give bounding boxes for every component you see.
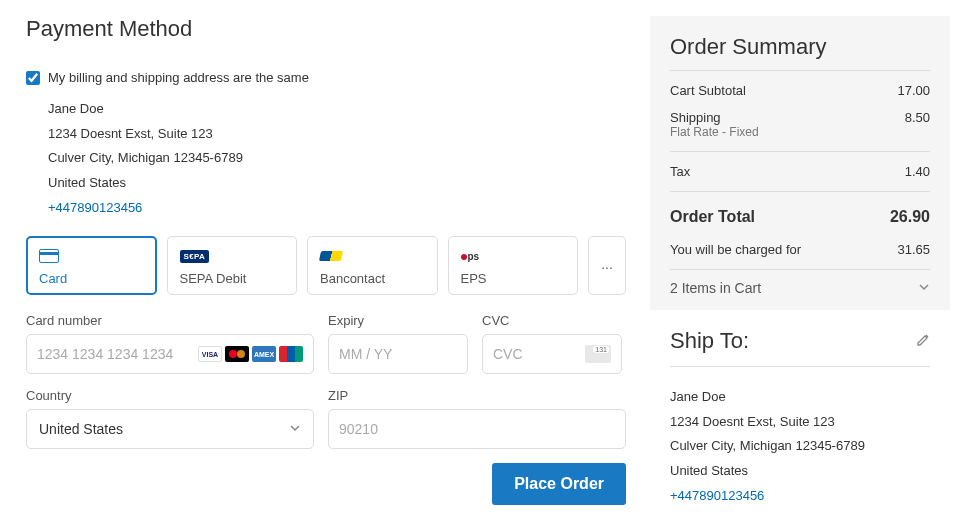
expiry-input[interactable] <box>339 346 457 362</box>
shipping-label: Shipping <box>670 110 759 125</box>
more-icon: ··· <box>601 259 613 275</box>
ship-phone[interactable]: +447890123456 <box>670 484 930 509</box>
billing-city: Culver City, Michigan 12345-6789 <box>48 146 626 171</box>
ship-country: United States <box>670 459 930 484</box>
shipping-address-block: Jane Doe 1234 Doesnt Exst, Suite 123 Cul… <box>670 385 930 508</box>
payment-method-title: Payment Method <box>26 16 626 42</box>
zip-input[interactable] <box>339 421 615 437</box>
subtotal-value: 17.00 <box>897 83 930 98</box>
charged-value: 31.65 <box>897 242 930 257</box>
payment-method-sepa[interactable]: S€PA SEPA Debit <box>167 236 298 295</box>
mastercard-icon <box>225 346 249 362</box>
cvc-input[interactable] <box>493 346 585 362</box>
ship-street: 1234 Doesnt Exst, Suite 123 <box>670 410 930 435</box>
billing-country: United States <box>48 171 626 196</box>
payment-method-more[interactable]: ··· <box>588 236 626 295</box>
bancontact-icon <box>319 251 343 261</box>
cvc-card-icon <box>585 345 611 363</box>
country-label: Country <box>26 388 314 403</box>
country-select[interactable]: United States <box>26 409 314 449</box>
edit-shipping-button[interactable] <box>916 333 930 350</box>
cart-items-label: 2 Items in Cart <box>670 280 761 296</box>
cart-items-toggle[interactable]: 2 Items in Cart <box>670 269 930 296</box>
visa-icon: VISA <box>198 346 222 362</box>
card-icon <box>39 249 59 263</box>
payment-method-bancontact-label: Bancontact <box>320 271 425 286</box>
ship-name: Jane Doe <box>670 385 930 410</box>
billing-name: Jane Doe <box>48 97 626 122</box>
amex-icon: AMEX <box>252 346 276 362</box>
order-summary-title: Order Summary <box>670 34 930 60</box>
zip-label: ZIP <box>328 388 626 403</box>
billing-phone[interactable]: +447890123456 <box>48 196 626 221</box>
chevron-down-icon <box>918 280 930 296</box>
billing-address-block: Jane Doe 1234 Doesnt Exst, Suite 123 Cul… <box>48 97 626 220</box>
payment-method-eps[interactable]: ps EPS <box>448 236 579 295</box>
tax-label: Tax <box>670 164 690 179</box>
order-summary: Order Summary Cart Subtotal 17.00 Shippi… <box>650 16 950 310</box>
payment-method-bancontact[interactable]: Bancontact <box>307 236 438 295</box>
charged-label: You will be charged for <box>670 242 801 257</box>
sepa-icon: S€PA <box>180 250 210 263</box>
order-total-label: Order Total <box>670 208 755 226</box>
order-total-value: 26.90 <box>890 208 930 226</box>
pencil-icon <box>916 333 930 347</box>
payment-method-eps-label: EPS <box>461 271 566 286</box>
payment-method-card-label: Card <box>39 271 144 286</box>
chevron-down-icon <box>289 421 301 437</box>
shipping-sublabel: Flat Rate - Fixed <box>670 125 759 139</box>
place-order-button[interactable]: Place Order <box>492 463 626 505</box>
unionpay-icon <box>279 346 303 362</box>
card-brand-icons: VISA AMEX <box>198 346 303 362</box>
tax-value: 1.40 <box>905 164 930 179</box>
ship-to-title: Ship To: <box>670 328 749 354</box>
eps-icon: ps <box>461 251 480 262</box>
card-number-label: Card number <box>26 313 314 328</box>
shipping-value: 8.50 <box>905 110 930 139</box>
subtotal-label: Cart Subtotal <box>670 83 746 98</box>
payment-method-sepa-label: SEPA Debit <box>180 271 285 286</box>
ship-city: Culver City, Michigan 12345-6789 <box>670 434 930 459</box>
card-number-input[interactable] <box>37 346 198 362</box>
same-address-label[interactable]: My billing and shipping address are the … <box>48 70 309 85</box>
cvc-label: CVC <box>482 313 622 328</box>
payment-method-card[interactable]: Card <box>26 236 157 295</box>
billing-street: 1234 Doesnt Exst, Suite 123 <box>48 122 626 147</box>
expiry-label: Expiry <box>328 313 468 328</box>
country-value: United States <box>39 421 123 437</box>
same-address-checkbox[interactable] <box>26 71 40 85</box>
